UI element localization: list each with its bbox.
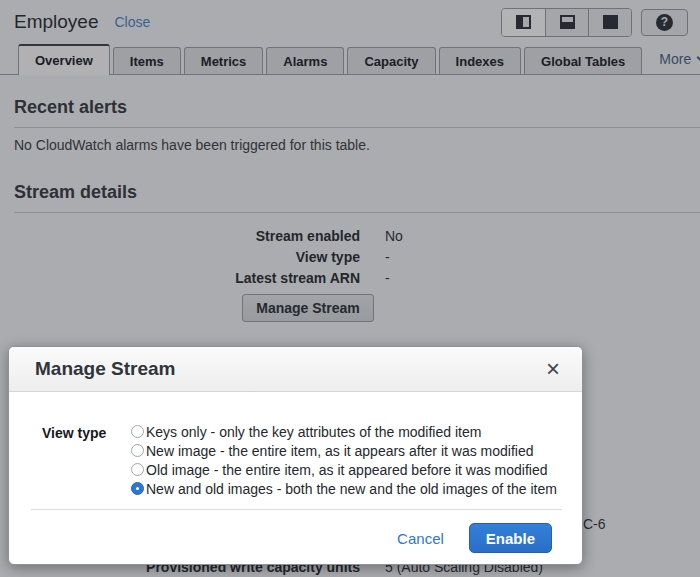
radio-keys-only[interactable] <box>131 425 144 438</box>
radio-new-image[interactable] <box>131 444 144 457</box>
option-new-and-old-images[interactable]: New and old images - both the new and th… <box>131 479 557 498</box>
dynamodb-console-screen: Employee Close ? Overview Items Metrics <box>0 0 700 577</box>
option-new-and-old-images-label: New and old images - both the new and th… <box>146 481 557 497</box>
view-type-options: Keys only - only the key attributes of t… <box>131 422 557 498</box>
manage-stream-modal: Manage Stream × View type Keys only - on… <box>8 346 583 565</box>
cancel-button[interactable]: Cancel <box>397 530 444 547</box>
option-old-image[interactable]: Old image - the entire item, as it appea… <box>131 460 557 479</box>
option-keys-only-label: Keys only - only the key attributes of t… <box>146 424 481 440</box>
radio-old-image[interactable] <box>131 463 144 476</box>
enable-button[interactable]: Enable <box>469 523 552 553</box>
option-new-image-label: New image - the entire item, as it appea… <box>146 443 534 459</box>
modal-header: Manage Stream × <box>9 347 582 392</box>
modal-footer: Cancel Enable <box>9 510 582 566</box>
option-keys-only[interactable]: Keys only - only the key attributes of t… <box>131 422 557 441</box>
modal-view-type-label: View type <box>42 425 106 441</box>
option-new-image[interactable]: New image - the entire item, as it appea… <box>131 441 557 460</box>
modal-title: Manage Stream <box>35 358 175 380</box>
close-icon[interactable]: × <box>546 357 560 381</box>
radio-new-and-old-images[interactable] <box>131 482 144 495</box>
option-old-image-label: Old image - the entire item, as it appea… <box>146 462 548 478</box>
